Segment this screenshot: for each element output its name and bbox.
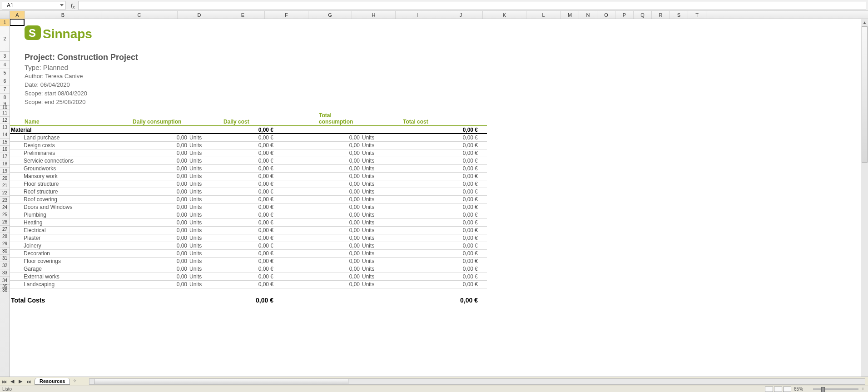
col-header-J[interactable]: J: [439, 11, 483, 19]
view-normal-icon[interactable]: [765, 387, 773, 392]
row-header-3[interactable]: 3: [0, 52, 10, 61]
item-total-cost: 0,00 €: [396, 189, 478, 195]
row-header-14[interactable]: 14: [0, 131, 10, 139]
col-header-O[interactable]: O: [597, 11, 615, 19]
row-header-4[interactable]: 4: [0, 61, 10, 69]
row-header-18[interactable]: 18: [0, 160, 10, 168]
col-header-F[interactable]: F: [265, 11, 308, 19]
cells-canvas[interactable]: S Sinnaps Project: Construction Project …: [10, 19, 868, 382]
item-total-cons: 0,00: [273, 250, 360, 257]
item-daily-cost: 0,00 €: [223, 273, 273, 280]
row-header-28[interactable]: 28: [0, 233, 10, 240]
col-header-K[interactable]: K: [483, 11, 526, 19]
row-header-19[interactable]: 19: [0, 168, 10, 175]
formula-input[interactable]: [78, 1, 866, 10]
table-header-row: Name Daily consumption Daily cost Total …: [10, 118, 487, 126]
row-header-10[interactable]: 10: [0, 106, 10, 109]
vertical-scrollbar[interactable]: ▲: [861, 19, 868, 377]
row-header-32[interactable]: 32: [0, 262, 10, 269]
item-name: Plumbing: [10, 212, 133, 218]
name-box-dropdown-icon[interactable]: [60, 4, 64, 6]
fx-icon[interactable]: fx: [67, 1, 78, 10]
zoom-in-icon[interactable]: +: [860, 387, 866, 392]
item-daily-cost: 0,00 €: [223, 204, 273, 210]
row-header-15[interactable]: 15: [0, 139, 10, 146]
item-daily-cons: 0,00: [133, 281, 187, 288]
item-daily-cost: 0,00 €: [223, 189, 273, 195]
add-sheet-icon[interactable]: ✧: [73, 378, 80, 385]
col-header-Q[interactable]: Q: [634, 11, 652, 19]
row-header-26[interactable]: 26: [0, 218, 10, 226]
view-pagebreak-icon[interactable]: [783, 387, 791, 392]
zoom-out-icon[interactable]: −: [806, 387, 811, 392]
horizontal-scrollbar[interactable]: [89, 378, 865, 385]
item-daily-cons: 0,00: [133, 158, 187, 164]
col-header-R[interactable]: R: [652, 11, 670, 19]
col-header-A[interactable]: A: [10, 11, 25, 19]
item-daily-cost: 0,00 €: [223, 219, 273, 226]
item-name: Electrical: [10, 227, 133, 233]
item-total-unit: Units: [360, 134, 396, 141]
col-header-L[interactable]: L: [526, 11, 561, 19]
th-total-cons: Total consumption: [273, 112, 360, 125]
col-header-B[interactable]: B: [25, 11, 101, 19]
tab-nav-first-icon[interactable]: ⏮: [0, 378, 8, 385]
col-header-D[interactable]: D: [178, 11, 221, 19]
row-header-22[interactable]: 22: [0, 189, 10, 197]
item-daily-cost: 0,00 €: [223, 212, 273, 218]
col-header-N[interactable]: N: [579, 11, 597, 19]
row-header-2[interactable]: 2: [0, 26, 10, 52]
col-header-T[interactable]: T: [688, 11, 706, 19]
select-all-corner[interactable]: [0, 11, 10, 19]
row-header-33[interactable]: 33: [0, 269, 10, 277]
item-daily-unit: Units: [187, 281, 223, 288]
row-header-6[interactable]: 6: [0, 77, 10, 85]
row-header-21[interactable]: 21: [0, 182, 10, 189]
col-header-P[interactable]: P: [615, 11, 634, 19]
vscroll-thumb[interactable]: [862, 26, 868, 163]
item-daily-cons: 0,00: [133, 173, 187, 179]
col-header-C[interactable]: C: [101, 11, 178, 19]
sheet-tab-resources[interactable]: Resources: [35, 378, 70, 385]
row-header-29[interactable]: 29: [0, 240, 10, 248]
row-header-7[interactable]: 7: [0, 85, 10, 94]
tab-nav-next-icon[interactable]: ▶: [17, 378, 24, 385]
zoom-slider[interactable]: [813, 388, 858, 390]
tab-nav-prev-icon[interactable]: ◀: [9, 378, 16, 385]
row-header-24[interactable]: 24: [0, 204, 10, 211]
col-header-M[interactable]: M: [561, 11, 579, 19]
row-header-20[interactable]: 20: [0, 175, 10, 182]
item-name: External works: [10, 273, 133, 280]
section-total-cost: 0,00 €: [396, 127, 478, 133]
row-header-23[interactable]: 23: [0, 197, 10, 204]
col-header-S[interactable]: S: [670, 11, 688, 19]
tab-nav-last-icon[interactable]: ⏭: [25, 378, 32, 385]
section-label: Material: [10, 127, 133, 133]
row-header-5[interactable]: 5: [0, 69, 10, 77]
row-header-11[interactable]: 11: [0, 109, 10, 117]
row-header-30[interactable]: 30: [0, 248, 10, 255]
scroll-up-icon[interactable]: ▲: [861, 19, 868, 26]
row-header-16[interactable]: 16: [0, 146, 10, 153]
table-row: External works0,00Units0,00 €0,00Units0,…: [10, 273, 487, 281]
col-header-H[interactable]: H: [352, 11, 396, 19]
row-header-36[interactable]: 36: [0, 288, 10, 292]
col-header-I[interactable]: I: [396, 11, 439, 19]
table-row: Decoration0,00Units0,00 €0,00Units0,00 €: [10, 250, 487, 258]
row-header-1[interactable]: 1: [0, 19, 10, 26]
row-header-31[interactable]: 31: [0, 255, 10, 262]
item-name: Floor coverings: [10, 258, 133, 264]
item-daily-cons: 0,00: [133, 165, 187, 172]
row-header-17[interactable]: 17: [0, 153, 10, 160]
view-layout-icon[interactable]: [774, 387, 782, 392]
totals-total: 0,00 €: [396, 297, 478, 304]
row-header-13[interactable]: 13: [0, 124, 10, 131]
col-header-E[interactable]: E: [221, 11, 265, 19]
row-header-25[interactable]: 25: [0, 211, 10, 218]
row-header-27[interactable]: 27: [0, 226, 10, 233]
item-total-unit: Units: [360, 281, 396, 288]
hscroll-thumb[interactable]: [94, 379, 348, 384]
row-header-12[interactable]: 12: [0, 117, 10, 124]
name-box[interactable]: A1: [2, 1, 65, 10]
col-header-G[interactable]: G: [308, 11, 352, 19]
